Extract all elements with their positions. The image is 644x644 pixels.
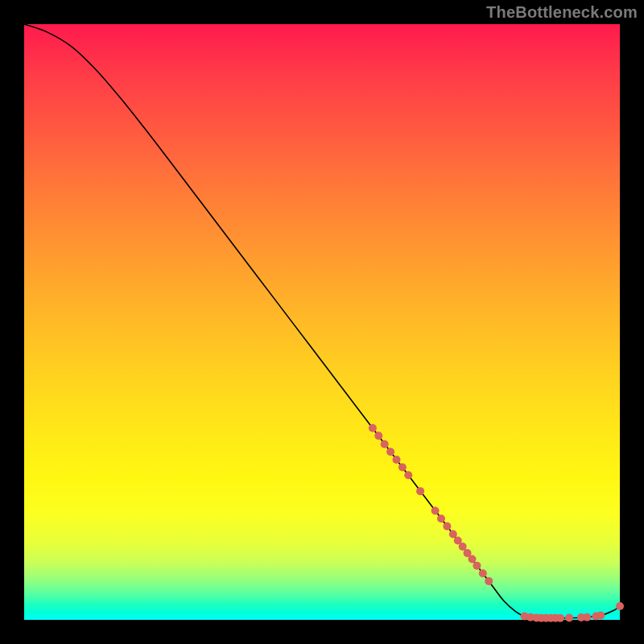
data-markers bbox=[369, 424, 624, 622]
plot-area bbox=[24, 24, 620, 620]
bottleneck-curve bbox=[24, 24, 620, 618]
data-marker bbox=[583, 613, 591, 621]
data-marker bbox=[404, 471, 412, 479]
data-marker bbox=[431, 507, 440, 515]
data-marker bbox=[485, 577, 493, 585]
data-marker bbox=[565, 613, 573, 621]
data-marker bbox=[398, 464, 407, 472]
data-marker bbox=[616, 602, 624, 610]
data-marker bbox=[393, 456, 401, 464]
data-marker bbox=[473, 562, 481, 570]
data-marker bbox=[369, 424, 377, 432]
data-marker bbox=[479, 569, 487, 577]
data-marker bbox=[416, 487, 424, 495]
data-marker bbox=[459, 543, 467, 551]
data-marker bbox=[374, 431, 382, 440]
data-marker bbox=[468, 555, 476, 564]
data-marker bbox=[437, 514, 445, 522]
chart-stage: TheBottleneck.com bbox=[0, 0, 644, 644]
attribution-text: TheBottleneck.com bbox=[486, 3, 638, 22]
data-marker bbox=[443, 522, 451, 530]
data-marker bbox=[381, 440, 389, 448]
data-marker bbox=[449, 530, 457, 538]
plot-svg bbox=[24, 24, 620, 620]
data-marker bbox=[597, 611, 605, 619]
data-marker bbox=[556, 614, 564, 622]
data-marker bbox=[386, 448, 394, 456]
